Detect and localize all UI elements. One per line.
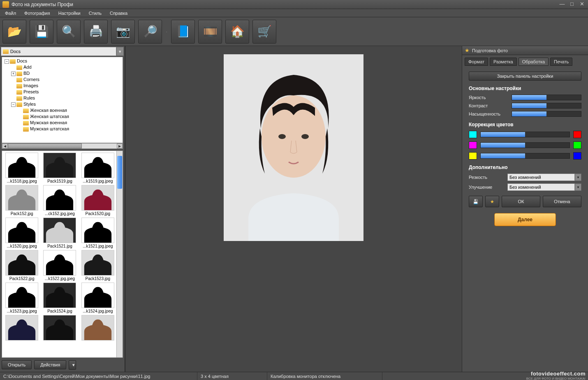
maximize-button[interactable]: □ bbox=[568, 2, 576, 7]
slider-Насыщенность[interactable] bbox=[512, 111, 581, 117]
tree-node[interactable]: Presets bbox=[23, 89, 39, 94]
toolbar-preview-zoom[interactable]: 🔎 bbox=[138, 20, 162, 44]
scroll-thumb[interactable] bbox=[117, 156, 122, 189]
scroll-right-icon[interactable]: ▶ bbox=[117, 144, 123, 148]
folder-path-select[interactable]: Docs bbox=[1, 47, 116, 56]
watermark-line1: fotovideoeffect.com bbox=[526, 371, 586, 377]
thumbnail-image bbox=[5, 218, 38, 243]
thumbnail-item[interactable]: Pack1523.jpg bbox=[80, 250, 116, 281]
actions-dropdown[interactable]: ▾ bbox=[69, 360, 76, 370]
menu-фотография[interactable]: Фотография bbox=[21, 10, 53, 16]
tree-node[interactable]: Rules bbox=[23, 95, 35, 100]
cancel-button[interactable]: Отмена bbox=[543, 196, 581, 207]
home-icon: 🏠 bbox=[230, 25, 245, 38]
favorite-preset-button[interactable]: ★ bbox=[485, 196, 499, 207]
toolbar-home[interactable]: 🏠 bbox=[225, 20, 249, 44]
thumbnail-item[interactable] bbox=[80, 315, 116, 341]
close-button[interactable]: ✕ bbox=[578, 2, 586, 7]
tree-node[interactable]: Женская военная bbox=[30, 108, 67, 113]
actions-button[interactable]: Действия bbox=[34, 360, 66, 369]
thumbnail-item[interactable] bbox=[4, 315, 40, 341]
slider-Яркость[interactable] bbox=[512, 95, 581, 100]
thumbnail-item[interactable]: Pack152.jpg bbox=[4, 185, 40, 216]
section-color-title: Коррекция цветов bbox=[469, 122, 581, 127]
tree-node[interactable]: Мужская военная bbox=[30, 120, 67, 125]
menu-стиль[interactable]: Стиль bbox=[86, 10, 105, 16]
minimize-button[interactable]: — bbox=[558, 2, 566, 7]
color-slider[interactable] bbox=[480, 142, 570, 148]
toolbar-help-book[interactable]: 📘 bbox=[171, 20, 195, 44]
menubar: ФайлФотографияНастройкиСтильСправка bbox=[0, 9, 588, 17]
save-preset-button[interactable]: 💾 bbox=[469, 196, 483, 207]
tree-node[interactable]: Images bbox=[23, 83, 38, 88]
toolbar-save-file[interactable]: 💾 bbox=[30, 20, 53, 44]
toolbar-zoom-user[interactable]: 🔍 bbox=[57, 20, 81, 44]
diskette-icon: 💾 bbox=[473, 199, 479, 204]
thumbnail-item[interactable]: ...k1519.jpg.jpeg bbox=[80, 153, 116, 183]
tree-node[interactable]: Corners bbox=[23, 77, 39, 82]
thumbnail-item[interactable]: ...ck152.jpg.jpeg bbox=[42, 185, 78, 216]
toolbar-open-file[interactable]: 📂 bbox=[2, 20, 26, 44]
canvas-area bbox=[125, 46, 462, 372]
tree-node[interactable]: Женская штатская bbox=[30, 114, 69, 119]
tree-node[interactable]: Add bbox=[23, 65, 32, 70]
tab-Разметка[interactable]: Разметка bbox=[490, 58, 517, 66]
thumbnail-item[interactable]: ...k1521.jpg.jpeg bbox=[80, 218, 116, 248]
svg-point-3 bbox=[301, 134, 309, 139]
tree-horizontal-scrollbar[interactable]: ◀ ▶ bbox=[2, 143, 123, 149]
sharpness-combo[interactable]: Без изменений ▼ bbox=[507, 174, 581, 181]
menu-справка[interactable]: Справка bbox=[106, 10, 131, 16]
scroll-left-icon[interactable]: ◀ bbox=[2, 144, 8, 148]
tree-node[interactable]: Мужская штатская bbox=[30, 126, 69, 131]
menu-настройки[interactable]: Настройки bbox=[55, 10, 84, 16]
thumbnail-item[interactable]: Pack1519.jpg bbox=[42, 153, 78, 183]
folder-path-value: Docs bbox=[10, 49, 21, 54]
chevron-down-icon[interactable]: ▼ bbox=[575, 183, 581, 191]
thumbnail-item[interactable] bbox=[42, 315, 78, 341]
thumbnail-item[interactable]: ...k1524.jpg.jpeg bbox=[80, 283, 116, 313]
thumbnail-item[interactable]: ...k1523.jpg.jpeg bbox=[4, 283, 40, 313]
sharpness-value: Без изменений bbox=[507, 174, 575, 181]
color-slider[interactable] bbox=[480, 153, 570, 159]
toolbar-camera[interactable]: 📷 bbox=[111, 20, 135, 44]
tree-expand-icon[interactable]: + bbox=[11, 72, 16, 76]
tab-Формат[interactable]: Формат bbox=[465, 58, 488, 66]
tree-node[interactable]: Docs bbox=[17, 58, 27, 63]
color-swatch-left bbox=[469, 152, 477, 160]
folder-tree[interactable]: −Docs Add+BDCornersImagesPresetsRules−St… bbox=[2, 57, 123, 143]
tree-collapse-icon[interactable]: − bbox=[11, 102, 16, 107]
next-button[interactable]: Далее bbox=[494, 213, 556, 226]
star-icon: ★ bbox=[490, 199, 494, 204]
menu-файл[interactable]: Файл bbox=[2, 10, 19, 16]
tree-collapse-icon[interactable]: − bbox=[5, 59, 9, 64]
toolbar-print[interactable]: 🖨️ bbox=[84, 20, 108, 44]
toolbar-cart[interactable]: 🛒 bbox=[252, 20, 276, 44]
improve-combo[interactable]: Без изменений ▼ bbox=[507, 183, 581, 191]
tab-Печать[interactable]: Печать bbox=[550, 58, 572, 66]
tree-node[interactable]: Styles bbox=[23, 102, 36, 107]
ok-button[interactable]: ОК bbox=[502, 196, 540, 207]
thumbnail-item[interactable]: ...k1520.jpg.jpeg bbox=[4, 218, 40, 248]
folder-icon bbox=[16, 72, 22, 76]
scroll-thumb[interactable] bbox=[8, 144, 82, 148]
close-settings-button[interactable]: Закрыть панель настройки bbox=[469, 72, 581, 81]
thumbnail-image bbox=[5, 153, 38, 178]
tab-Обработка[interactable]: Обработка bbox=[519, 58, 549, 66]
color-slider[interactable] bbox=[480, 132, 570, 137]
photo-preview[interactable] bbox=[224, 54, 363, 241]
chevron-down-icon[interactable]: ▼ bbox=[575, 174, 581, 181]
open-button[interactable]: Открыть bbox=[2, 360, 32, 369]
thumbnail-image bbox=[5, 283, 38, 308]
thumbnail-item[interactable]: Pack1521.jpg bbox=[42, 218, 78, 248]
thumbnail-item[interactable]: ...k1522.jpg.jpeg bbox=[42, 250, 78, 281]
thumbnail-item[interactable]: ...k1518.jpg.jpeg bbox=[4, 153, 40, 183]
thumbnail-scrollbar[interactable] bbox=[116, 151, 123, 357]
thumbnail-item[interactable]: Pack1524.jpg bbox=[42, 283, 78, 313]
section-extra-title: Дополнительно bbox=[469, 165, 581, 170]
slider-Контраст[interactable] bbox=[512, 103, 581, 109]
thumbnail-item[interactable]: Pack1522.jpg bbox=[4, 250, 40, 281]
tree-node[interactable]: BD bbox=[23, 71, 30, 76]
folder-path-dropdown[interactable]: ▾ bbox=[116, 47, 124, 56]
thumbnail-item[interactable]: Pack1520.jpg bbox=[80, 185, 116, 216]
toolbar-media-reel[interactable]: 🎞️ bbox=[198, 20, 222, 44]
